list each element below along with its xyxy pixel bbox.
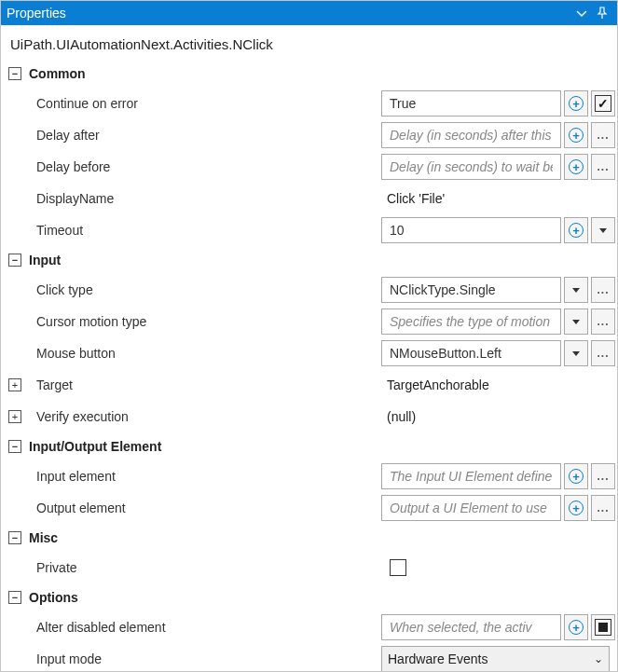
checkbox-private[interactable] bbox=[390, 559, 406, 576]
dropdown-button[interactable] bbox=[564, 277, 588, 303]
more-button[interactable]: ... bbox=[591, 340, 615, 366]
collapse-toggle-icon[interactable]: − bbox=[8, 440, 21, 453]
value-display-name[interactable]: Click 'File' bbox=[381, 191, 445, 206]
select-value: Hardware Events bbox=[388, 651, 488, 666]
plus-circle-icon: + bbox=[569, 128, 584, 143]
activity-classname: UiPath.UIAutomationNext.Activities.NClic… bbox=[8, 31, 610, 60]
collapse-icon[interactable] bbox=[572, 4, 591, 22]
group-common[interactable]: − Common bbox=[8, 60, 610, 88]
collapse-toggle-icon[interactable]: − bbox=[8, 531, 21, 544]
group-label: Common bbox=[29, 66, 86, 81]
ellipsis-icon: ... bbox=[597, 470, 609, 483]
label-mouse-button: Mouse button bbox=[36, 346, 116, 361]
group-input[interactable]: − Input bbox=[8, 246, 610, 274]
label-verify-execution: Verify execution bbox=[36, 409, 129, 424]
collapse-toggle-icon[interactable]: − bbox=[8, 254, 21, 267]
plus-circle-icon: + bbox=[569, 96, 584, 111]
expand-toggle-icon[interactable]: + bbox=[8, 378, 21, 391]
input-input-element[interactable] bbox=[381, 463, 561, 489]
label-delay-after: Delay after bbox=[36, 128, 100, 143]
label-input-element: Input element bbox=[36, 469, 116, 484]
more-button[interactable]: ... bbox=[591, 463, 615, 489]
ellipsis-icon: ... bbox=[597, 160, 609, 173]
input-click-type[interactable] bbox=[381, 277, 561, 303]
chevron-down-icon bbox=[572, 288, 580, 293]
row-private: Private bbox=[8, 552, 610, 583]
expression-button[interactable]: + bbox=[564, 217, 588, 243]
row-output-element: Output element + ... bbox=[8, 492, 610, 524]
checkbox-continue-on-error[interactable]: ✓ bbox=[591, 90, 615, 117]
group-label: Options bbox=[29, 590, 78, 605]
label-timeout: Timeout bbox=[36, 223, 83, 238]
plus-circle-icon: + bbox=[569, 159, 584, 174]
expression-button[interactable]: + bbox=[564, 122, 588, 148]
expression-button[interactable]: + bbox=[564, 154, 588, 180]
label-cursor-motion: Cursor motion type bbox=[36, 314, 146, 329]
value-verify-execution: (null) bbox=[381, 409, 416, 424]
more-button[interactable]: ... bbox=[591, 277, 615, 303]
row-target: + Target TargetAnchorable bbox=[8, 369, 610, 401]
input-cursor-motion[interactable] bbox=[381, 309, 561, 335]
plus-circle-icon: + bbox=[569, 620, 584, 635]
group-label: Input bbox=[29, 253, 61, 267]
more-button[interactable]: ... bbox=[591, 154, 615, 180]
row-continue-on-error: Continue on error + ✓ ... bbox=[8, 88, 610, 119]
label-private: Private bbox=[36, 560, 77, 575]
chevron-down-icon bbox=[572, 320, 580, 324]
label-output-element: Output element bbox=[36, 501, 126, 515]
group-label: Input/Output Element bbox=[29, 439, 161, 454]
more-button[interactable]: ... bbox=[591, 495, 615, 521]
panel-titlebar: Properties bbox=[1, 1, 617, 25]
label-delay-before: Delay before bbox=[36, 159, 110, 174]
input-continue-on-error[interactable] bbox=[381, 90, 561, 117]
checkbox-alter-disabled[interactable] bbox=[591, 614, 615, 640]
row-alter-disabled: Alter disabled element + ... bbox=[8, 611, 610, 643]
dropdown-button[interactable] bbox=[564, 340, 588, 366]
plus-circle-icon: + bbox=[569, 223, 584, 238]
input-delay-after[interactable] bbox=[381, 122, 561, 148]
ellipsis-icon: ... bbox=[597, 283, 609, 296]
group-options[interactable]: − Options bbox=[8, 583, 610, 611]
row-input-mode: Input mode Hardware Events ⌄ bbox=[8, 643, 610, 671]
input-mouse-button[interactable] bbox=[381, 340, 561, 366]
group-io-element[interactable]: − Input/Output Element bbox=[8, 432, 610, 460]
row-verify-execution: + Verify execution (null) bbox=[8, 401, 610, 432]
plus-circle-icon: + bbox=[569, 501, 584, 515]
input-delay-before[interactable] bbox=[381, 154, 561, 180]
more-button[interactable]: ... bbox=[591, 309, 615, 335]
input-output-element[interactable] bbox=[381, 495, 561, 521]
select-input-mode[interactable]: Hardware Events ⌄ bbox=[381, 646, 610, 671]
label-display-name: DisplayName bbox=[36, 191, 114, 206]
expand-toggle-icon[interactable]: + bbox=[8, 410, 21, 423]
collapse-toggle-icon[interactable]: − bbox=[8, 591, 21, 604]
properties-panel: Properties UiPath.UIAutomationNext.Activ… bbox=[0, 0, 618, 672]
row-delay-after: Delay after + ... bbox=[8, 119, 610, 151]
group-misc[interactable]: − Misc bbox=[8, 524, 610, 552]
label-alter-disabled: Alter disabled element bbox=[36, 620, 166, 635]
expression-button[interactable]: + bbox=[564, 90, 588, 117]
row-delay-before: Delay before + ... bbox=[8, 151, 610, 183]
row-display-name: DisplayName Click 'File' bbox=[8, 183, 610, 214]
properties-content: UiPath.UIAutomationNext.Activities.NClic… bbox=[1, 25, 617, 671]
row-click-type: Click type ... bbox=[8, 274, 610, 306]
dropdown-button[interactable] bbox=[564, 309, 588, 335]
collapse-toggle-icon[interactable]: − bbox=[8, 67, 21, 80]
row-timeout: Timeout + ... bbox=[8, 214, 610, 246]
plus-circle-icon: + bbox=[569, 469, 584, 484]
ellipsis-icon: ... bbox=[597, 501, 609, 514]
chevron-down-icon: ⌄ bbox=[594, 652, 603, 665]
row-input-element: Input element + ... bbox=[8, 460, 610, 492]
expression-button[interactable]: + bbox=[564, 495, 588, 521]
value-target: TargetAnchorable bbox=[381, 377, 489, 392]
input-timeout[interactable] bbox=[381, 217, 561, 243]
ellipsis-icon: ... bbox=[597, 129, 609, 142]
indeterminate-icon bbox=[598, 623, 608, 632]
pin-icon[interactable] bbox=[593, 4, 611, 22]
input-alter-disabled[interactable] bbox=[381, 614, 561, 640]
dropdown-button[interactable] bbox=[591, 217, 615, 243]
label-continue-on-error: Continue on error bbox=[36, 96, 138, 111]
more-button[interactable]: ... bbox=[591, 122, 615, 148]
expression-button[interactable]: + bbox=[564, 463, 588, 489]
chevron-down-icon bbox=[572, 351, 580, 356]
expression-button[interactable]: + bbox=[564, 614, 588, 640]
